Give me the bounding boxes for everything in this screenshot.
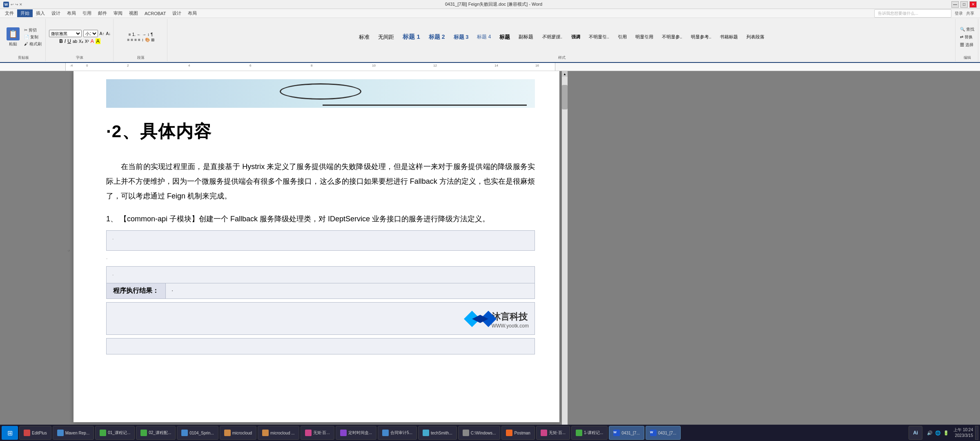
cut-button[interactable]: ✂ 剪切	[23, 27, 43, 33]
menu-layout2[interactable]: 布局	[185, 9, 200, 17]
line-spacing-button[interactable]: ↕	[142, 38, 144, 42]
spring-icon	[181, 430, 188, 436]
style-list[interactable]: 列表段落	[743, 27, 768, 47]
style-subtle-ref[interactable]: 不明显参..	[658, 27, 686, 47]
taskbar-techsmith[interactable]: techSmith...	[418, 426, 457, 440]
search-box[interactable]: 告诉我您想要做什么...	[874, 9, 951, 18]
strikethrough-button[interactable]: ab	[73, 39, 77, 44]
taskbar-windows[interactable]: C:\Windows...	[458, 426, 501, 440]
sort-button[interactable]: ↕	[147, 32, 149, 37]
taskbar-editplus[interactable]: EditPlus	[19, 426, 51, 440]
taskbar-wuju2[interactable]: 无矩·百...	[536, 426, 570, 440]
style-title[interactable]: 标题	[496, 27, 514, 47]
style-normal[interactable]: 标准	[355, 27, 373, 47]
maximize-button[interactable]: □	[960, 1, 968, 8]
document-scroll[interactable]: 5 ·2、具体内容 在当前的实现过程里面，是直接基于 Hystrix 来定义了服…	[65, 71, 568, 430]
ribbon-group-editing: 🔍 查找 ⇄ 替换 ☰ 选择 编辑	[956, 19, 978, 61]
taskbar-course-record[interactable]: 1-课程记...	[571, 426, 608, 440]
menu-review[interactable]: 审阅	[110, 9, 126, 17]
subscript-button[interactable]: X₂	[79, 39, 83, 44]
timer-icon	[340, 430, 347, 436]
taskbar-maven[interactable]: Maven Rep...	[53, 426, 94, 440]
font-color-button[interactable]: A	[91, 38, 94, 44]
show-marks-button[interactable]: ¶	[151, 32, 153, 37]
superscript-button[interactable]: X²	[85, 39, 89, 44]
menu-design[interactable]: 设计	[48, 9, 64, 17]
align-right-button[interactable]: ≡	[134, 38, 137, 42]
title-bar: W ↩ ↪ ✕ 0431_[7期] Feign失败回退.doc [兼容模式] -…	[0, 0, 980, 9]
bullets-button[interactable]: ≡	[129, 32, 131, 37]
style-h2[interactable]: 标题 2	[425, 27, 449, 47]
menu-design2[interactable]: 设计	[169, 9, 185, 17]
underline-button[interactable]: U	[67, 38, 71, 44]
left-margin	[0, 71, 65, 430]
align-center-button[interactable]: ≡	[131, 38, 133, 42]
taskbar-microcloud1[interactable]: microcloud	[220, 426, 256, 440]
taskbar-spring[interactable]: 0104_Sprin...	[177, 426, 218, 440]
taskbar-word2[interactable]: W 0431_[7...	[646, 426, 681, 440]
select-button[interactable]: ☰ 选择	[959, 42, 976, 48]
indent-decrease-button[interactable]: ←	[137, 32, 141, 37]
find-button[interactable]: 🔍 查找	[959, 26, 976, 33]
italic-button[interactable]: I	[65, 38, 66, 44]
numbering-button[interactable]: 1.	[132, 32, 136, 37]
font-family-select[interactable]: 微软雅黑	[49, 30, 82, 37]
scrollbar-right[interactable]: ▲ ▼	[562, 71, 568, 430]
indent-increase-button[interactable]: →	[142, 32, 146, 37]
font-size-select[interactable]: 小二	[83, 30, 98, 37]
style-book-title[interactable]: 书籍标题	[716, 27, 742, 47]
align-left-button[interactable]: ≡	[127, 38, 129, 42]
style-no-spacing[interactable]: 无间距	[374, 27, 398, 47]
system-tray[interactable]: 🔊 🌐 🔋	[924, 430, 952, 436]
menu-mail[interactable]: 邮件	[95, 9, 110, 17]
borders-button[interactable]: ⊞	[151, 38, 154, 42]
style-subtitle[interactable]: 副标题	[515, 27, 537, 47]
align-justify-button[interactable]: ≡	[138, 38, 140, 42]
clock[interactable]: 上午 10:24 2023/3/15	[953, 427, 973, 439]
scrollbar-thumb[interactable]	[562, 85, 568, 109]
format-painter-button[interactable]: 🖌 格式刷	[23, 41, 43, 47]
replace-button[interactable]: ⇄ 替换	[959, 34, 976, 40]
minimize-button[interactable]: —	[951, 1, 959, 8]
right-margin	[568, 71, 980, 430]
close-button[interactable]: ✕	[969, 1, 977, 8]
menu-view[interactable]: 视图	[126, 9, 141, 17]
style-intense[interactable]: 不明显引..	[585, 27, 613, 47]
style-intense-ref[interactable]: 明显参考..	[687, 27, 715, 47]
highlight-button[interactable]: A	[96, 38, 100, 44]
scrollbar-up-button[interactable]: ▲	[562, 71, 568, 77]
font-grow-button[interactable]: A↑	[100, 31, 105, 36]
menu-home[interactable]: 开始	[17, 9, 33, 17]
show-desktop-button[interactable]	[975, 426, 978, 440]
menu-acrobat[interactable]: ACROBAT	[141, 10, 169, 17]
font-shrink-button[interactable]: A↓	[106, 31, 111, 36]
header-line	[323, 105, 527, 106]
taskbar-01[interactable]: 01_课程记...	[95, 426, 135, 440]
style-quote[interactable]: 引用	[614, 27, 630, 47]
share-btn[interactable]: 登录 共享	[955, 11, 974, 16]
style-h4[interactable]: 标题 4	[473, 27, 494, 47]
menu-insert[interactable]: 插入	[33, 9, 48, 17]
page-indicator: 5	[67, 250, 71, 252]
copy-button[interactable]: 📄 复制	[23, 34, 43, 40]
ai-button[interactable]: Ai	[909, 426, 922, 440]
taskbar-02[interactable]: 02_课程配...	[136, 426, 176, 440]
taskbar-timer[interactable]: 定时时间盒...	[336, 426, 376, 440]
style-h1[interactable]: 标题 1	[399, 27, 424, 47]
style-intense-quote[interactable]: 明显引用	[632, 27, 657, 47]
menu-layout[interactable]: 布局	[64, 9, 79, 17]
start-button[interactable]: ⊞	[2, 426, 18, 440]
taskbar-word1[interactable]: W 0431_[7...	[609, 426, 644, 440]
style-strong-em[interactable]: 强调	[568, 27, 584, 47]
taskbar-microcloud2[interactable]: microcloud ...	[258, 426, 299, 440]
shading-button[interactable]: 🎨	[145, 38, 150, 42]
taskbar-wuju1[interactable]: 无矩·百...	[301, 426, 334, 440]
menu-file[interactable]: 文件	[2, 9, 17, 17]
taskbar-postman[interactable]: Postman	[501, 426, 535, 440]
style-emphasis[interactable]: 不明显强..	[538, 27, 566, 47]
taskbar-contract[interactable]: 合同审计5...	[378, 426, 417, 440]
bold-button[interactable]: B	[59, 38, 63, 44]
paste-button[interactable]: 📋 粘贴	[4, 26, 22, 49]
menu-references[interactable]: 引用	[79, 9, 95, 17]
style-h3[interactable]: 标题 3	[450, 27, 472, 47]
